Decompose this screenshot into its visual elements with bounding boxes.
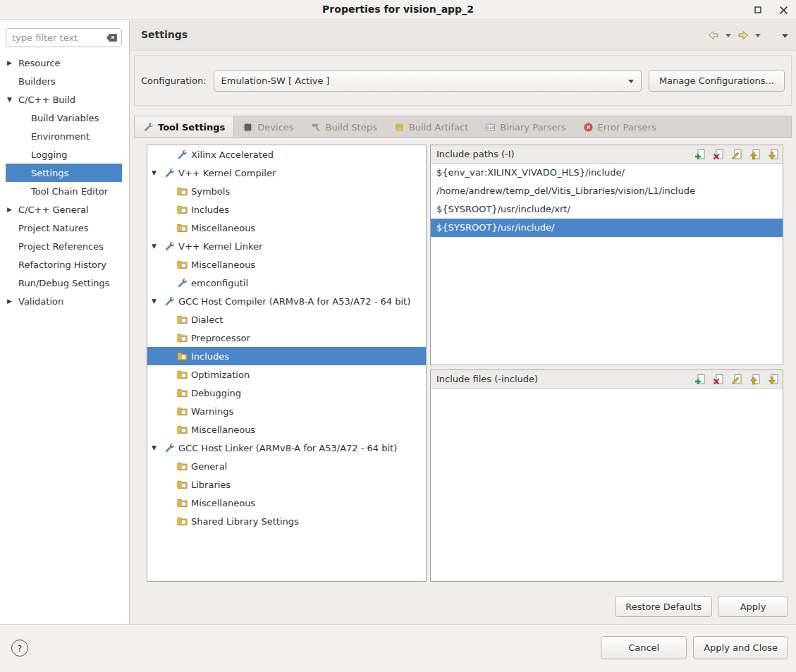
settings-header: Settings	[130, 20, 796, 51]
properties-dialog: Properties for vision_app_2 ▶ResourceBui…	[0, 0, 796, 672]
sidebar-item-logging[interactable]: Logging	[6, 145, 122, 164]
tool-tree-item-gcc-host-compiler-armv8-a-for-a53-a72-64-bit[interactable]: ▼GCC Host Compiler (ARMv8-A for A53/A72 …	[147, 292, 426, 310]
sidebar-item-refactoring-history[interactable]: Refactoring History	[6, 255, 122, 274]
tool-tree-item-v-kernel-compiler[interactable]: ▼V++ Kernel Compiler	[147, 164, 426, 182]
tool-tree-item-label: emconfigutil	[190, 278, 248, 288]
include-files-panel: Include files (-include)	[430, 369, 783, 582]
category-folder-icon	[177, 479, 190, 490]
forward-menu-button[interactable]	[754, 32, 761, 38]
include-path-row[interactable]: ${SYSROOT}/usr/include/	[431, 219, 783, 237]
sidebar-item-label: Logging	[31, 149, 68, 160]
tool-tree-item-general[interactable]: General	[147, 457, 426, 475]
delete-file-button[interactable]	[712, 373, 724, 385]
delete-path-button[interactable]	[712, 148, 724, 160]
sidebar-item-validation[interactable]: ▶Validation	[6, 292, 122, 310]
tool-tree-item-miscellaneous[interactable]: Miscellaneous	[147, 255, 426, 274]
include-files-title: Include files (-include)	[436, 374, 694, 384]
sidebar-item-build-variables[interactable]: Build Variables	[6, 109, 122, 127]
expanded-arrow-icon[interactable]: ▼	[152, 169, 164, 176]
forward-arrow-icon	[737, 30, 749, 41]
move-file-up-button[interactable]	[749, 373, 761, 385]
tool-tree-item-label: Miscellaneous	[190, 424, 255, 435]
tool-tree-item-emconfigutil[interactable]: emconfigutil	[147, 274, 426, 292]
tool-tree-item-label: Dialect	[190, 314, 223, 325]
collapsed-arrow-icon[interactable]: ▶	[6, 298, 18, 305]
sidebar-item-resource[interactable]: ▶Resource	[6, 54, 122, 72]
tool-tree-item-miscellaneous[interactable]: Miscellaneous	[147, 494, 426, 512]
sidebar-item-project-references[interactable]: Project References	[6, 237, 122, 255]
help-button[interactable]: ?	[11, 640, 28, 656]
tab-label: Build Artifact	[409, 122, 469, 133]
tab-build-steps[interactable]: Build Steps	[302, 116, 386, 138]
include-path-row[interactable]: /home/andrew/temp_del/Vitis_Libraries/vi…	[431, 182, 783, 200]
tool-tree-item-debugging[interactable]: Debugging	[147, 384, 426, 402]
tab-error-parsers[interactable]: Error Parsers	[575, 116, 665, 138]
expanded-arrow-icon[interactable]: ▼	[6, 96, 18, 103]
move-path-down-button[interactable]	[767, 148, 779, 160]
back-menu-button[interactable]	[725, 32, 732, 38]
sidebar-item-label: Validation	[18, 296, 63, 307]
tool-tree-item-symbols[interactable]: Symbols	[147, 182, 426, 200]
restore-defaults-button[interactable]: Restore Defaults	[615, 596, 712, 617]
tool-tree-item-miscellaneous[interactable]: Miscellaneous	[147, 219, 426, 237]
sidebar-item-c-c-build[interactable]: ▼C/C++ Build	[6, 90, 122, 109]
tool-tree-item-preprocessor[interactable]: Preprocessor	[147, 329, 426, 347]
tab-devices[interactable]: Devices	[234, 116, 302, 138]
collapsed-arrow-icon[interactable]: ▶	[6, 59, 18, 66]
tool-tree-item-warnings[interactable]: Warnings	[147, 402, 426, 420]
view-menu-button[interactable]	[781, 32, 789, 39]
maximize-button[interactable]	[751, 3, 765, 17]
include-path-row[interactable]: ${env_var:XILINX_VIVADO_HLS}/include/	[431, 164, 783, 182]
sidebar-item-builders[interactable]: Builders	[6, 72, 122, 90]
sidebar-item-project-natures[interactable]: Project Natures	[6, 219, 122, 237]
sidebar-item-label: Project References	[18, 241, 104, 252]
sidebar-item-tool-chain-editor[interactable]: Tool Chain Editor	[6, 182, 122, 200]
tool-tree-item-gcc-host-linker-armv8-a-for-a53-a72-64-bit[interactable]: ▼GCC Host Linker (ARMv8-A for A53/A72 - …	[147, 439, 426, 457]
move-file-down-button[interactable]	[767, 373, 779, 385]
tool-icon	[177, 278, 190, 288]
tool-tree-item-label: Includes	[190, 351, 229, 362]
add-file-button[interactable]	[694, 373, 706, 385]
manage-configurations-button[interactable]: Manage Configurations...	[649, 70, 785, 92]
apply-button[interactable]: Apply	[718, 596, 788, 617]
tool-tree-item-optimization[interactable]: Optimization	[147, 365, 426, 384]
tool-tree-item-includes[interactable]: Includes	[147, 200, 426, 219]
sidebar-item-settings[interactable]: Settings	[6, 164, 122, 182]
configuration-dropdown[interactable]: Emulation-SW [ Active ]	[214, 70, 642, 92]
tool-tree-item-label: Miscellaneous	[190, 223, 255, 233]
tool-tree-item-v-kernel-linker[interactable]: ▼V++ Kernel Linker	[147, 237, 426, 255]
include-paths-header: Include paths (-I)	[431, 145, 783, 164]
tool-tree-item-includes[interactable]: Includes	[147, 347, 426, 365]
expanded-arrow-icon[interactable]: ▼	[152, 298, 164, 305]
category-folder-icon	[177, 369, 190, 380]
back-arrow-icon	[707, 30, 720, 41]
edit-file-button[interactable]	[730, 373, 742, 385]
tab-tool-settings[interactable]: Tool Settings	[135, 116, 234, 138]
back-button[interactable]	[707, 30, 720, 41]
forward-button[interactable]	[737, 30, 749, 41]
expanded-arrow-icon[interactable]: ▼	[152, 444, 164, 451]
add-path-button[interactable]	[694, 148, 706, 160]
sidebar-item-environment[interactable]: Environment	[6, 127, 122, 145]
tool-tree-item-dialect[interactable]: Dialect	[147, 310, 426, 329]
sidebar-item-run-debug-settings[interactable]: Run/Debug Settings	[6, 274, 122, 292]
expanded-arrow-icon[interactable]: ▼	[152, 243, 164, 250]
tool-tree-item-xilinx-accelerated[interactable]: Xilinx Accelerated	[147, 145, 426, 164]
tab-build-artifact[interactable]: Build Artifact	[386, 116, 477, 138]
close-button[interactable]	[776, 3, 790, 17]
filter-input[interactable]	[12, 32, 106, 43]
clear-filter-icon[interactable]	[106, 33, 118, 42]
tab-binary-parsers[interactable]: 010 Binary Parsers	[477, 116, 574, 138]
move-path-up-button[interactable]	[749, 148, 761, 160]
apply-and-close-button[interactable]: Apply and Close	[693, 636, 788, 659]
tool-tree-item-shared-library-settings[interactable]: Shared Library Settings	[147, 512, 426, 530]
tool-tree-item-libraries[interactable]: Libraries	[147, 475, 426, 494]
window-controls	[751, 0, 790, 20]
sidebar-item-c-c-general[interactable]: ▶C/C++ General	[6, 200, 122, 219]
include-paths-toolbar	[694, 148, 779, 160]
include-path-row[interactable]: ${SYSROOT}/usr/include/xrt/	[431, 200, 783, 219]
tool-tree-item-miscellaneous[interactable]: Miscellaneous	[147, 420, 426, 439]
edit-path-button[interactable]	[730, 148, 742, 160]
cancel-button[interactable]: Cancel	[601, 636, 687, 659]
collapsed-arrow-icon[interactable]: ▶	[6, 206, 18, 213]
